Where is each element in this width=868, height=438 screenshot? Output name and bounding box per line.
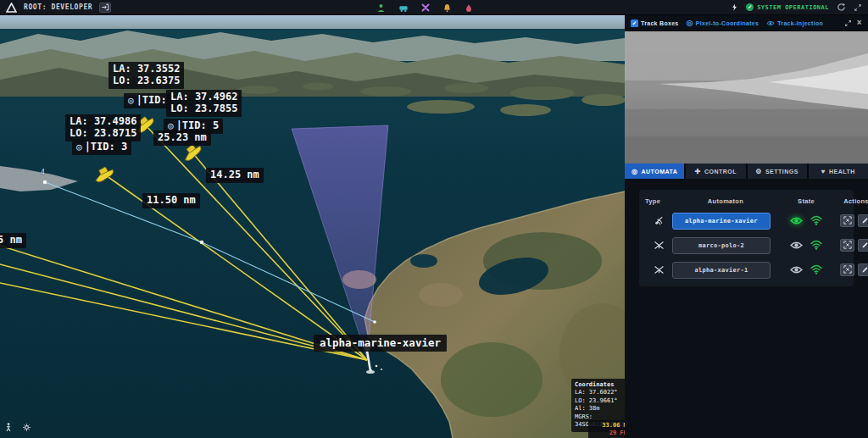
distance-label-1: 25.23 nm	[153, 130, 211, 146]
coordinates-longitude: LO: 23.9661°	[575, 397, 625, 405]
tab-health[interactable]: ♥ HEALTH	[809, 164, 868, 179]
actions-cell	[833, 239, 868, 252]
camera-frame	[625, 31, 868, 164]
pixel-to-coordinates-label: Pixel-to-Coordinates	[696, 20, 759, 26]
tab-settings-label: SETTINGS	[765, 169, 798, 175]
top-bar: ROOT: DEVELOPER	[0, 0, 868, 15]
distance-label-2: 14.25 nm	[206, 168, 264, 183]
col-header-actions: Actions	[833, 197, 868, 205]
focus-target-button[interactable]	[840, 239, 854, 252]
tracked-eye-icon[interactable]	[790, 216, 803, 225]
user-role-label: ROOT: DEVELOPER	[24, 3, 92, 11]
track-1-longitude: LO: 23.6375	[113, 75, 180, 87]
automaton-button[interactable]: alpha-marine-xavier	[672, 213, 771, 230]
focus-target-button[interactable]	[840, 214, 854, 227]
asset-name-label[interactable]: alpha-marine-xavier	[314, 335, 447, 352]
control-icon: ✚	[695, 168, 701, 175]
track-label-1[interactable]: LA: 37.3552 LO: 23.6375	[108, 62, 184, 89]
logout-icon	[101, 3, 109, 11]
edit-button[interactable]	[858, 214, 868, 227]
track-3-longitude: LO: 23.8715	[70, 128, 136, 140]
tab-automata-label: AUTOMATA	[641, 169, 677, 175]
settings-gear-icon: ⚙	[755, 168, 762, 175]
coordinates-title: Coordinates	[575, 381, 625, 389]
layers-settings-icon[interactable]	[22, 423, 31, 432]
track-1-latitude: LA: 37.3552	[113, 64, 180, 75]
alerts-bell-icon[interactable]	[442, 3, 452, 13]
col-header-type: Type	[645, 197, 672, 205]
application-window: ROOT: DEVELOPER	[0, 0, 868, 438]
track-3-tid-label[interactable]: ◎ |TID: 3	[72, 140, 131, 155]
automata-icon: ◎	[632, 168, 637, 175]
track-2-latitude: LA: 37.4962	[170, 91, 237, 103]
automata-panel: Type Automaton State Actions alpha-marin…	[625, 179, 868, 438]
automaton-button[interactable]: alpha-xavier-1	[672, 262, 771, 279]
operator-person-icon[interactable]	[376, 3, 386, 13]
panel-toolbar: ✓ Track Boxes ◎ Pixel-to-Coordinates Tra…	[625, 15, 868, 31]
type-drone-icon	[645, 264, 672, 275]
person-walk-icon[interactable]	[5, 423, 12, 432]
state-cell	[779, 264, 833, 274]
top-bar-status-icons	[376, 0, 473, 15]
coordinates-latitude: LA: 37.6022°	[575, 389, 625, 396]
checkbox-checked-icon[interactable]: ✓	[631, 19, 638, 27]
tactical-overlay	[0, 15, 625, 438]
refresh-icon[interactable]	[837, 3, 846, 12]
camera-feed[interactable]	[625, 31, 868, 164]
type-antenna-icon	[645, 215, 672, 226]
map-tools	[5, 423, 31, 432]
track-2-longitude: LO: 23.7855	[170, 103, 237, 115]
visible-eye-icon[interactable]	[790, 265, 803, 274]
vehicle-icon[interactable]	[398, 3, 409, 13]
map-viewport[interactable]: LA: 37.3552 LO: 23.6375 ◎ |TID: LA: 37.4…	[0, 15, 625, 438]
track-2-tid: |TID:	[136, 95, 167, 107]
cancel-track-icon[interactable]	[421, 3, 430, 12]
automaton-button[interactable]: marco-polo-2	[672, 237, 771, 254]
focus-target-button[interactable]	[840, 263, 854, 276]
col-header-automaton: Automaton	[672, 197, 779, 205]
close-feed-icon[interactable]: ×	[857, 19, 862, 27]
track-label-3[interactable]: LA: 37.4986 LO: 23.8715	[65, 114, 141, 141]
track-2-tid-label[interactable]: ◎ |TID:	[124, 93, 171, 108]
link-wifi-icon	[810, 264, 822, 274]
latency-value: 33.06 MS	[592, 422, 625, 430]
tab-settings[interactable]: ⚙ SETTINGS	[748, 164, 807, 179]
distance-label-3: 11.50 nm	[142, 193, 200, 208]
track-3-tid: |TID: 3	[85, 141, 128, 153]
state-cell	[779, 240, 833, 250]
pixel-to-coordinates-toggle[interactable]: ◎ Pixel-to-Coordinates	[687, 19, 760, 27]
tab-control-label: CONTROL	[704, 169, 737, 175]
circle-dot-icon: ◎	[687, 19, 693, 27]
type-drone-icon	[645, 240, 672, 251]
edit-button[interactable]	[858, 239, 868, 252]
visible-eye-icon[interactable]	[790, 241, 803, 250]
track-injection-toggle[interactable]: Track-Injection	[766, 20, 823, 26]
track-boxes-toggle[interactable]: ✓ Track Boxes	[631, 19, 679, 27]
hazard-flame-icon[interactable]	[465, 3, 473, 13]
tab-automata[interactable]: ◎ AUTOMATA	[625, 164, 684, 179]
expand-feed-icon[interactable]	[844, 19, 852, 27]
track-injection-label: Track-Injection	[777, 20, 823, 26]
status-check-icon: ✓	[746, 3, 754, 11]
system-status-label: SYSTEM OPERATIONAL	[757, 4, 829, 11]
target-icon: ◎	[76, 142, 82, 153]
link-wifi-icon	[810, 215, 822, 225]
actions-cell	[833, 214, 868, 227]
track-label-2[interactable]: LA: 37.4962 LO: 23.7855	[166, 90, 242, 117]
tab-health-label: HEALTH	[829, 169, 855, 175]
fullscreen-icon[interactable]	[854, 3, 862, 12]
system-status: ✓ SYSTEM OPERATIONAL	[746, 3, 829, 11]
waypoint-number: 4	[41, 169, 45, 176]
edit-button[interactable]	[858, 263, 868, 276]
target-icon: ◎	[128, 96, 134, 107]
logout-button[interactable]	[99, 3, 111, 13]
link-wifi-icon	[810, 240, 822, 250]
panel-tabs: ◎ AUTOMATA ✚ CONTROL ⚙ SETTINGS ♥ HEALTH	[625, 164, 868, 179]
app-logo-icon	[6, 3, 17, 13]
col-header-state: State	[779, 197, 833, 205]
eye-icon	[766, 20, 775, 26]
track-3-latitude: LA: 37.4986	[70, 116, 136, 128]
health-heart-icon: ♥	[821, 168, 826, 175]
boat-track-3	[92, 164, 115, 184]
tab-control[interactable]: ✚ CONTROL	[686, 164, 745, 179]
